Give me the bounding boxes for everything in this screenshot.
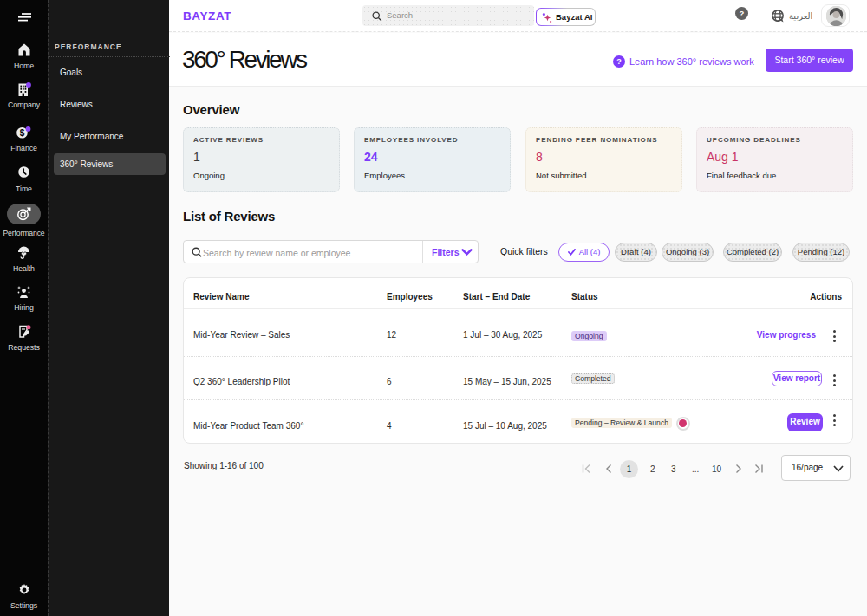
svg-text:$: $ — [20, 128, 25, 138]
